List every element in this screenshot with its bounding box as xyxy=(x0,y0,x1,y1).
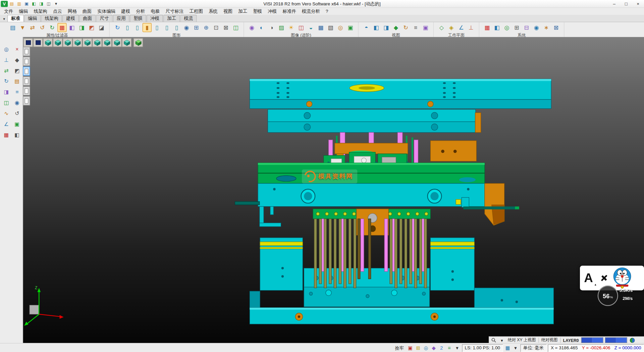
tab-9[interactable]: 冲模 xyxy=(147,15,163,22)
front-view-icon[interactable]: ◧ xyxy=(372,23,381,32)
background-icon[interactable]: ▩ xyxy=(316,23,325,32)
cavity-plate[interactable] xyxy=(258,163,485,183)
dimension-tool-icon[interactable]: ∠ xyxy=(1,119,11,128)
curve-tool-icon[interactable]: ∿ xyxy=(1,108,11,118)
rotate-view-icon[interactable]: ↻ xyxy=(401,23,410,32)
menu-item-9[interactable]: 分析 xyxy=(133,8,148,15)
dynamic-pan-icon[interactable]: ⊞ xyxy=(192,23,201,32)
tab-5[interactable]: 曲面 xyxy=(79,15,96,22)
search-icon[interactable] xyxy=(490,337,497,343)
menu-item-3[interactable]: 线架构 xyxy=(31,8,50,15)
refresh-graphics-icon[interactable]: ↻ xyxy=(113,23,122,32)
import-icon[interactable]: ◧ xyxy=(31,1,38,7)
menu-item-14[interactable]: 视图 xyxy=(221,8,235,15)
grid-display-icon[interactable]: ▦ xyxy=(504,345,511,352)
maximize-button[interactable]: □ xyxy=(620,0,632,7)
tab-6[interactable]: 尺寸 xyxy=(96,15,113,22)
view-list-icon[interactable]: ≡ xyxy=(411,23,420,32)
lock-label[interactable]: 拴牢 xyxy=(393,345,406,351)
minimize-button[interactable]: – xyxy=(608,0,620,7)
color-table-icon[interactable]: ▦ xyxy=(483,23,492,32)
menu-item-7[interactable]: 实体编辑 xyxy=(95,8,118,15)
open-file-icon[interactable]: ▥ xyxy=(16,1,23,7)
menu-item-2[interactable]: 编辑 xyxy=(16,8,31,15)
match-properties-icon[interactable]: ⇄ xyxy=(28,23,37,32)
save-icon[interactable]: ▣ xyxy=(23,1,30,7)
shaded-column-icon[interactable]: ▮ xyxy=(143,23,152,32)
viewport-multi-icon[interactable] xyxy=(33,38,43,47)
iso-view-cube-icon[interactable] xyxy=(112,38,121,47)
menu-item-6[interactable]: 曲面 xyxy=(80,8,95,15)
side-orange-slab[interactable] xyxy=(475,113,481,133)
tools-icon[interactable] xyxy=(599,273,608,282)
edit-tool-icon[interactable]: ◆ xyxy=(12,55,22,64)
render-mode-icon[interactable] xyxy=(629,337,636,343)
tab-4[interactable]: 建模 xyxy=(62,15,79,22)
image-settings-icon[interactable]: ▣ xyxy=(346,23,355,32)
top-view-icon[interactable]: ◓ xyxy=(362,23,371,32)
menu-item-12[interactable]: 工程图 xyxy=(186,8,206,15)
tab-10[interactable]: 加工 xyxy=(163,15,180,22)
zoom-extents-icon[interactable]: ⊠ xyxy=(221,23,230,32)
back-view-cube-icon[interactable] xyxy=(93,38,102,47)
clip-view-1-button[interactable] xyxy=(23,47,30,56)
section-view-icon[interactable]: ◫ xyxy=(297,23,306,32)
menu-item-17[interactable]: 冲模 xyxy=(265,8,280,15)
tab-1[interactable]: 标准 xyxy=(7,15,24,22)
type-filter-icon[interactable]: ◨ xyxy=(77,23,86,32)
save-view-icon[interactable]: ▣ xyxy=(421,23,430,32)
wireframe-column-icon[interactable]: ▯ xyxy=(123,23,132,32)
upper-support-plates[interactable] xyxy=(268,109,481,133)
measure-tool-icon[interactable]: ⊥ xyxy=(1,55,11,64)
clear-filter-icon[interactable]: ◩ xyxy=(87,23,96,32)
clip-view-6-button[interactable] xyxy=(23,96,30,105)
shaded-view-cube-icon[interactable] xyxy=(133,38,143,47)
top-clamp-plate[interactable] xyxy=(250,79,551,108)
side-view-icon[interactable]: ◨ xyxy=(382,23,391,32)
spacer-block-left[interactable] xyxy=(260,238,303,291)
tab-7[interactable]: 应用 xyxy=(113,15,129,22)
layer-stack-icon[interactable]: ≡ xyxy=(446,345,453,352)
display-settings-icon[interactable]: ⊠ xyxy=(551,23,560,32)
undo-icon[interactable]: ↺ xyxy=(38,23,47,32)
layer-filter-icon[interactable]: ◧ xyxy=(67,23,76,32)
dimetric-view-cube-icon[interactable] xyxy=(122,38,131,47)
note-tool-icon[interactable]: ▤ xyxy=(12,77,22,86)
menu-item-13[interactable]: 系统 xyxy=(206,8,220,15)
grid-icon[interactable]: ⊞ xyxy=(512,23,521,32)
edge-display-icon[interactable]: ▧ xyxy=(326,23,335,32)
dynamic-zoom-icon[interactable]: ⊕ xyxy=(202,23,211,32)
ejector-guide-rod[interactable] xyxy=(463,207,519,210)
menu-item-16[interactable]: 塑模 xyxy=(250,8,265,15)
mold-assembly-3d-model[interactable]: Z xyxy=(22,37,644,343)
right-view-cube-icon[interactable] xyxy=(73,38,82,47)
rotate-tool-icon[interactable]: ↻ xyxy=(1,77,11,86)
menu-item-20[interactable]: ? xyxy=(323,8,331,15)
close-button[interactable]: × xyxy=(632,0,644,7)
move-tool-icon[interactable]: ⇄ xyxy=(1,66,11,75)
print-icon[interactable]: ◫ xyxy=(45,1,52,7)
clip-view-3-button[interactable] xyxy=(23,67,30,76)
dynamic-rotate-icon[interactable]: ◉ xyxy=(182,23,191,32)
globe-icon[interactable]: ◎ xyxy=(502,23,512,32)
shadows-icon[interactable]: ◑ xyxy=(267,23,276,32)
info-icon[interactable]: ◉ xyxy=(532,23,541,32)
snap-toggle-icon[interactable]: ⊞ xyxy=(415,345,422,352)
view-mode-label[interactable]: 绝对 XY 上视图 xyxy=(507,337,537,343)
view-caret-icon[interactable]: ▾ xyxy=(499,337,505,343)
erase-tool-icon[interactable]: ◩ xyxy=(12,66,22,75)
zoom-tool-icon[interactable]: ◎ xyxy=(1,44,11,53)
left-view-cube-icon[interactable] xyxy=(83,38,92,47)
transparency-icon[interactable]: ◒ xyxy=(306,23,315,32)
clipboard-tool-icon[interactable]: ▣ xyxy=(12,119,22,128)
menu-item-1[interactable]: 文件 xyxy=(1,8,16,15)
top-view-cube-icon[interactable] xyxy=(63,38,72,47)
workplane-edit-icon[interactable]: ◈ xyxy=(447,23,456,32)
tab-2[interactable]: 编辑 xyxy=(24,15,41,22)
menu-item-19[interactable]: 模流分析 xyxy=(299,8,323,15)
clip-view-5-button[interactable] xyxy=(23,86,30,95)
previous-view-icon[interactable]: ◫ xyxy=(231,23,240,32)
core-support-plate[interactable] xyxy=(258,183,485,207)
export-icon[interactable]: ◨ xyxy=(38,1,45,7)
viewport-single-icon[interactable] xyxy=(23,38,33,47)
